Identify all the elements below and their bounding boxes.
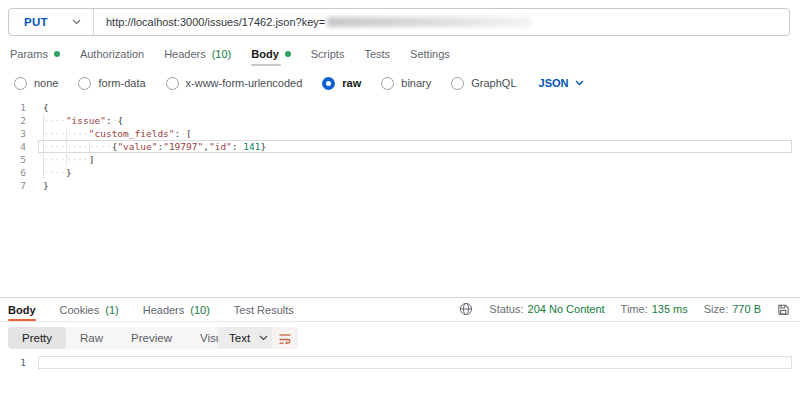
tab-count-badge: (1) bbox=[105, 304, 118, 316]
code-line: 6····} bbox=[0, 166, 800, 179]
tab-label: Settings bbox=[410, 48, 450, 60]
status-value: 204 No Content bbox=[528, 303, 605, 315]
request-tab-tests[interactable]: Tests bbox=[364, 48, 390, 60]
status-label: Status: bbox=[489, 303, 523, 315]
body-mode-x-www-form-urlencoded[interactable]: x-www-form-urlencoded bbox=[166, 77, 303, 90]
request-tab-authorization[interactable]: Authorization bbox=[80, 48, 144, 60]
line-number: 2 bbox=[0, 114, 26, 127]
tab-label: Headers bbox=[164, 48, 206, 60]
request-tab-headers[interactable]: Headers(10) bbox=[164, 48, 231, 60]
body-mode-graphql[interactable]: GraphQL bbox=[451, 77, 516, 90]
body-mode-form-data[interactable]: form-data bbox=[78, 77, 145, 90]
radio-icon bbox=[14, 77, 27, 90]
time-label: Time: bbox=[621, 303, 648, 315]
body-mode-radios: noneform-datax-www-form-urlencodedrawbin… bbox=[14, 77, 517, 90]
request-body-editor[interactable]: 1{2····"issue":·{3········"custom_fields… bbox=[0, 101, 800, 192]
code-content: ····} bbox=[26, 166, 72, 179]
response-tab-test-results[interactable]: Test Results bbox=[234, 304, 294, 316]
language-label: JSON bbox=[539, 77, 569, 89]
wrap-text-button[interactable] bbox=[272, 327, 298, 349]
url-value: http://localhost:3000/issues/17462.json?… bbox=[106, 16, 325, 28]
radio-icon bbox=[381, 77, 394, 90]
time-value: 135 ms bbox=[652, 303, 688, 315]
code-content: ········] bbox=[26, 153, 95, 166]
tab-label: Cookies bbox=[60, 304, 100, 316]
body-mode-label: form-data bbox=[98, 77, 145, 89]
request-tab-params[interactable]: Params bbox=[10, 48, 60, 60]
size-pair: Size: 770 B bbox=[704, 303, 761, 315]
radio-icon bbox=[322, 77, 335, 90]
save-response-icon[interactable] bbox=[777, 303, 790, 316]
indent-guide bbox=[43, 114, 44, 179]
line-number: 6 bbox=[0, 166, 26, 179]
format-label: Text bbox=[229, 332, 250, 344]
line-number: 7 bbox=[0, 179, 26, 192]
language-dropdown[interactable]: JSON bbox=[539, 77, 585, 89]
code-content: ············{"value":"19797","id":·141} bbox=[26, 140, 266, 153]
chevron-down-icon bbox=[72, 19, 81, 25]
method-label: PUT bbox=[24, 16, 48, 28]
method-selector[interactable]: PUT bbox=[9, 9, 93, 35]
code-line: 1{ bbox=[0, 101, 800, 114]
tab-label: Headers bbox=[143, 304, 185, 316]
size-label: Size: bbox=[704, 303, 728, 315]
code-content: } bbox=[26, 179, 49, 192]
tab-label: Body bbox=[8, 304, 36, 316]
response-meta: Status: 204 No Content Time: 135 ms Size… bbox=[459, 299, 790, 319]
globe-icon[interactable] bbox=[459, 302, 473, 316]
time-pair: Time: 135 ms bbox=[621, 303, 688, 315]
radio-icon bbox=[78, 77, 91, 90]
code-content: { bbox=[26, 101, 49, 114]
tab-label: Scripts bbox=[311, 48, 345, 60]
code-content: ········"custom_fields":·[ bbox=[26, 127, 192, 140]
wrap-text-icon bbox=[278, 332, 292, 344]
response-tab-headers[interactable]: Headers(10) bbox=[143, 304, 210, 316]
request-tab-settings[interactable]: Settings bbox=[410, 48, 450, 60]
code-line: 5········] bbox=[0, 153, 800, 166]
request-tab-body[interactable]: Body bbox=[251, 48, 291, 60]
url-input[interactable]: http://localhost:3000/issues/17462.json?… bbox=[106, 16, 532, 28]
response-section-divider bbox=[0, 297, 800, 298]
indent-guide bbox=[66, 127, 67, 166]
view-tab-raw[interactable]: Raw bbox=[66, 327, 117, 349]
indent-guide bbox=[89, 140, 90, 153]
view-tab-preview[interactable]: Preview bbox=[117, 327, 186, 349]
size-value: 770 B bbox=[732, 303, 761, 315]
body-mode-row: noneform-datax-www-form-urlencodedrawbin… bbox=[14, 74, 584, 92]
body-mode-raw[interactable]: raw bbox=[322, 77, 361, 90]
line-number: 4 bbox=[0, 140, 26, 153]
body-mode-none[interactable]: none bbox=[14, 77, 58, 90]
format-dropdown[interactable]: Text bbox=[218, 327, 279, 349]
tab-count-badge: (10) bbox=[212, 48, 232, 60]
code-line: 3········"custom_fields":·[ bbox=[0, 127, 800, 140]
body-mode-label: binary bbox=[401, 77, 431, 89]
response-tab-cookies[interactable]: Cookies(1) bbox=[60, 304, 119, 316]
chevron-down-icon bbox=[575, 80, 584, 86]
tab-label: Body bbox=[251, 48, 279, 60]
api-client-window: PUT http://localhost:3000/issues/17462.j… bbox=[0, 0, 800, 400]
line-number: 1 bbox=[0, 101, 26, 114]
redacted-api-key bbox=[327, 17, 532, 27]
view-tab-pretty[interactable]: Pretty bbox=[8, 327, 66, 349]
tab-label: Tests bbox=[364, 48, 390, 60]
tab-count-badge: (10) bbox=[190, 304, 210, 316]
response-tab-body[interactable]: Body bbox=[8, 304, 36, 316]
response-body-editor[interactable]: 1 bbox=[0, 356, 800, 369]
url-bar-divider bbox=[93, 9, 94, 35]
body-mode-label: x-www-form-urlencoded bbox=[186, 77, 303, 89]
tab-label: Test Results bbox=[234, 304, 294, 316]
body-mode-binary[interactable]: binary bbox=[381, 77, 431, 90]
code-line: 7} bbox=[0, 179, 800, 192]
line-number: 5 bbox=[0, 153, 26, 166]
tab-label: Authorization bbox=[80, 48, 144, 60]
response-tabs-divider bbox=[0, 321, 800, 322]
chevron-down-icon bbox=[259, 335, 268, 341]
code-content: ····"issue":·{ bbox=[26, 114, 123, 127]
response-active-line bbox=[38, 356, 792, 369]
request-tab-scripts[interactable]: Scripts bbox=[311, 48, 345, 60]
radio-icon bbox=[451, 77, 464, 90]
code-line: 4············{"value":"19797","id":·141} bbox=[0, 140, 800, 153]
response-tabs: BodyCookies(1)Headers(10)Test Results bbox=[8, 301, 294, 318]
url-bar: PUT http://localhost:3000/issues/17462.j… bbox=[8, 8, 790, 36]
body-mode-label: none bbox=[34, 77, 58, 89]
